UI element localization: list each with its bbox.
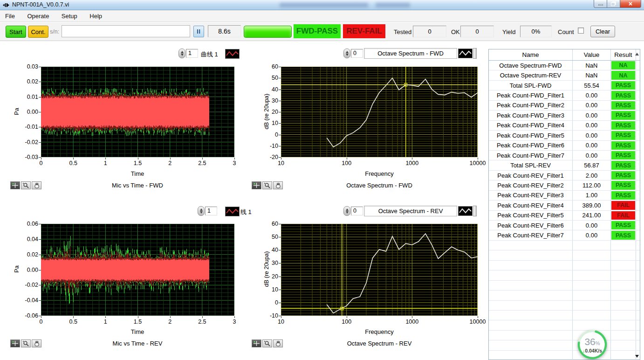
table-row[interactable]: Peak Count-REV_Filter5241.00FAIL bbox=[489, 211, 640, 221]
table-row-empty[interactable] bbox=[489, 320, 640, 330]
table-row-empty[interactable] bbox=[489, 311, 640, 320]
legend-plot-icon-rev-time[interactable] bbox=[225, 207, 240, 216]
plot-index-spinner-fwd-time[interactable] bbox=[178, 48, 185, 58]
x-tick-mark bbox=[412, 158, 412, 159]
menu-help[interactable]: Help bbox=[84, 11, 107, 22]
graph-zoom-tool-button[interactable] bbox=[262, 181, 272, 189]
table-row[interactable]: Peak Count-REV_Filter2112.00PASS bbox=[489, 180, 640, 190]
y-tick-label: 0 bbox=[252, 299, 278, 306]
table-header-row: Name Value Result bbox=[489, 49, 640, 61]
col-header-result[interactable]: Result bbox=[611, 49, 636, 60]
graph-cursor-tool-button[interactable] bbox=[10, 339, 20, 347]
table-row[interactable]: Peak Count-FWD_Filter10.00PASS bbox=[489, 90, 640, 100]
plot-index-value-rev-spectrum[interactable]: 0 bbox=[351, 207, 363, 215]
table-row-empty[interactable] bbox=[489, 301, 640, 311]
plot-index-spinner-rev-spectrum[interactable] bbox=[343, 206, 350, 216]
table-row-empty[interactable] bbox=[489, 261, 640, 270]
table-row[interactable]: Peak Count-FWD_Filter70.00PASS bbox=[489, 151, 640, 160]
restore-button[interactable] bbox=[607, 0, 620, 8]
minimize-button[interactable] bbox=[594, 0, 607, 8]
table-row[interactable]: Peak Count-FWD_Filter60.00PASS bbox=[489, 141, 640, 151]
table-row-empty[interactable] bbox=[489, 241, 640, 250]
table-row-empty[interactable] bbox=[489, 250, 640, 260]
legend-plot-icon-fwd-spectrum[interactable] bbox=[458, 48, 473, 58]
graph-pan-tool-button[interactable] bbox=[273, 181, 283, 189]
graph-cursor-tool-button[interactable] bbox=[252, 181, 261, 189]
start-button[interactable]: Start bbox=[6, 26, 26, 38]
legend-plot-icon-fwd-time[interactable] bbox=[225, 49, 240, 59]
plot-index-spinner-rev-time[interactable] bbox=[198, 206, 205, 216]
network-speed-badge[interactable]: 36% ↓0.04K/s bbox=[577, 329, 608, 360]
plot-index-value-fwd-spectrum[interactable]: 0 bbox=[351, 49, 363, 58]
legend-scrollbar-rev-spectrum[interactable] bbox=[473, 206, 477, 216]
plot-octave-spectrum-fwd[interactable] bbox=[281, 67, 478, 157]
menu-operate[interactable]: Operate bbox=[22, 11, 54, 22]
plot-index-spinner-fwd-spectrum[interactable] bbox=[343, 48, 350, 58]
cell-value: NaN bbox=[573, 70, 611, 80]
graph-cursor-tool-button[interactable] bbox=[252, 339, 261, 347]
magnifier-icon bbox=[22, 182, 29, 188]
count-checkbox[interactable] bbox=[578, 28, 584, 34]
table-row[interactable]: Octave Spectrum-FWDNaNNA bbox=[489, 61, 640, 70]
badge-percent: 36% bbox=[577, 336, 608, 347]
graph-cursor-tool-button[interactable] bbox=[10, 181, 20, 189]
graph-zoom-tool-button[interactable] bbox=[262, 339, 272, 347]
table-row[interactable]: Peak Count-REV_Filter4389.00FAIL bbox=[489, 201, 640, 210]
magnifier-icon bbox=[22, 340, 29, 346]
cell-value: 241.00 bbox=[573, 211, 611, 220]
legend-label-rev-spectrum: Octave Spectrum - REV bbox=[364, 206, 457, 216]
table-row[interactable]: Peak Count-REV_Filter60.00PASS bbox=[489, 221, 640, 230]
y-tick-label: 0.00 bbox=[12, 109, 38, 115]
col-header-name[interactable]: Name bbox=[489, 49, 573, 60]
y-tick-mark bbox=[279, 123, 281, 124]
menu-setup[interactable]: Setup bbox=[56, 11, 82, 22]
legend-scrollbar-fwd-spectrum[interactable] bbox=[473, 48, 477, 59]
plot-index-value-rev-time[interactable]: 1 bbox=[205, 207, 217, 215]
table-row[interactable]: Peak Count-REV_Filter70.00PASS bbox=[489, 230, 640, 240]
sn-input[interactable] bbox=[62, 25, 190, 37]
rev-status-indicator: REV-FAIL bbox=[343, 24, 385, 38]
y-tick-label: 0.02 bbox=[12, 78, 38, 85]
pause-button[interactable]: II bbox=[193, 26, 204, 37]
plot-octave-spectrum-rev[interactable] bbox=[281, 224, 478, 316]
cell-value: 0.00 bbox=[573, 151, 611, 160]
cell-value bbox=[573, 270, 611, 280]
table-scroll-up-icon[interactable] bbox=[635, 53, 639, 55]
clear-button[interactable]: Clear bbox=[590, 26, 615, 37]
col-header-value[interactable]: Value bbox=[573, 49, 611, 60]
table-row-empty[interactable] bbox=[489, 281, 640, 291]
graph-pan-tool-button[interactable] bbox=[273, 339, 283, 347]
table-row[interactable]: Peak Count-FWD_Filter50.00PASS bbox=[489, 131, 640, 140]
table-row[interactable]: Octave Spectrum-REVNaNNA bbox=[489, 70, 640, 80]
table-row-empty[interactable] bbox=[489, 340, 640, 350]
table-row-empty[interactable] bbox=[489, 331, 640, 340]
x-tick-label: 3 bbox=[233, 160, 236, 166]
table-row[interactable]: Peak Count-REV_Filter12.00PASS bbox=[489, 171, 640, 180]
plot-mic-time-rev[interactable] bbox=[41, 224, 234, 316]
table-row[interactable]: Peak Count-FWD_Filter20.00PASS bbox=[489, 101, 640, 111]
table-row[interactable]: Total SPL-REV56.87PASS bbox=[489, 160, 640, 170]
menu-file[interactable]: File bbox=[0, 11, 20, 22]
status-led bbox=[244, 26, 292, 38]
y-tick-mark bbox=[279, 237, 281, 237]
table-row[interactable]: Peak Count-FWD_Filter40.00PASS bbox=[489, 121, 640, 131]
table-row-empty[interactable] bbox=[489, 291, 640, 300]
graph-zoom-tool-button[interactable] bbox=[21, 181, 31, 189]
plot-mic-time-fwd[interactable] bbox=[41, 67, 234, 157]
plot-index-value-fwd-time[interactable]: 1 bbox=[186, 49, 198, 58]
graph-zoom-tool-button[interactable] bbox=[21, 339, 31, 347]
graph-pan-tool-button[interactable] bbox=[32, 339, 41, 347]
cell-result bbox=[611, 311, 636, 320]
close-button[interactable]: × bbox=[620, 0, 641, 8]
cont-button[interactable]: Cont. bbox=[28, 26, 48, 38]
graph-pan-tool-button[interactable] bbox=[32, 181, 41, 189]
table-row-empty[interactable] bbox=[489, 270, 640, 280]
table-row[interactable]: Peak Count-REV_Filter31.00PASS bbox=[489, 191, 640, 201]
graph-tools-rev-spectrum bbox=[252, 339, 283, 347]
table-row[interactable]: Total SPL-FWD55.54PASS bbox=[489, 81, 640, 90]
table-scroll-down-icon[interactable] bbox=[635, 355, 639, 358]
table-body: Octave Spectrum-FWDNaNNAOctave Spectrum-… bbox=[489, 61, 640, 360]
legend-plot-icon-rev-spectrum[interactable] bbox=[458, 206, 473, 216]
table-row[interactable]: Peak Count-FWD_Filter30.00PASS bbox=[489, 111, 640, 120]
table-row-empty[interactable] bbox=[489, 351, 640, 360]
